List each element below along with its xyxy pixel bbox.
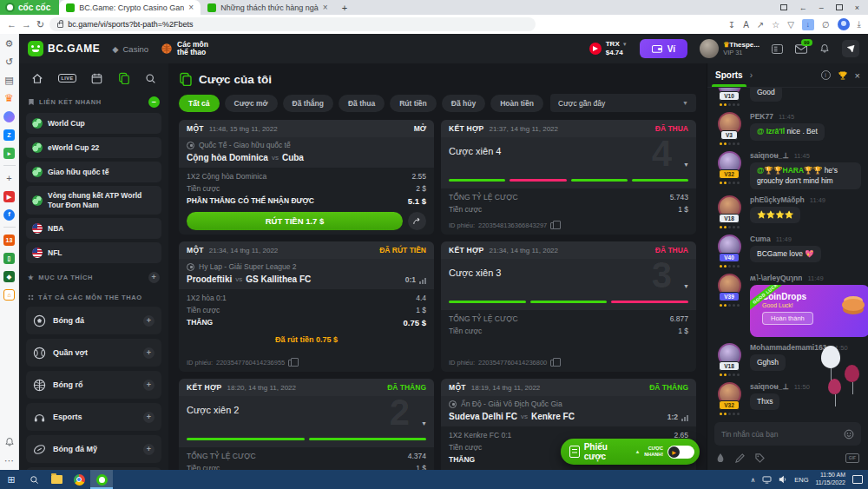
- coccoc-taskbar-icon[interactable]: [90, 470, 113, 489]
- chat-username[interactable]: PEK77: [750, 112, 773, 121]
- chat-tab-sports[interactable]: Sports: [715, 63, 743, 87]
- nav-casino[interactable]: ◆ Casino: [112, 44, 148, 54]
- filter-pill[interactable]: Tất cả: [179, 95, 220, 112]
- more-icon[interactable]: ⋯: [3, 454, 16, 466]
- maximize-button[interactable]: [836, 3, 843, 12]
- volume-icon[interactable]: [779, 475, 787, 484]
- copy-icon[interactable]: [550, 360, 556, 367]
- chat-input[interactable]: [721, 430, 838, 439]
- bet-card-single-open[interactable]: MỘT11:48, 15 thg 11, 2022 MỞ Quốc Tế - G…: [179, 120, 434, 235]
- share-bet-button[interactable]: [408, 212, 426, 230]
- sidebar-item-basketball[interactable]: Bóng rổ+: [26, 371, 161, 399]
- expand-button[interactable]: +: [143, 347, 155, 359]
- zalo-icon[interactable]: Z: [3, 129, 16, 141]
- filter-pill[interactable]: Cược mở: [225, 95, 278, 112]
- bet-card-single-cashed[interactable]: MỘT21:34, 14 thg 11, 2022 ĐÃ RÚT TIỀN Hy…: [179, 241, 434, 372]
- adblock-shield-icon[interactable]: ▽: [787, 20, 794, 30]
- expand-button[interactable]: +: [143, 315, 155, 327]
- bet-slip-button[interactable]: Phiếu cược ▲ CƯỢCNHANH! ▶: [561, 439, 700, 465]
- calendar-icon[interactable]: [91, 73, 102, 84]
- tag-icon[interactable]: [755, 453, 765, 463]
- utility-app-icon[interactable]: ▯: [3, 252, 16, 264]
- wallet-button[interactable]: Ví: [640, 39, 687, 58]
- tab-close-icon[interactable]: ×: [323, 3, 328, 12]
- trophy-icon[interactable]: [838, 70, 848, 81]
- chevron-down-icon[interactable]: ▼: [683, 162, 689, 168]
- taskbar-search-icon[interactable]: [23, 470, 45, 489]
- copy-icon[interactable]: [550, 222, 556, 229]
- minimize-button[interactable]: –: [819, 3, 824, 12]
- notification-mute-icon[interactable]: ∅: [822, 20, 830, 30]
- sidebar-item-soccer[interactable]: Bóng đá+: [26, 307, 161, 334]
- tray-expand-icon[interactable]: ∧: [751, 476, 756, 484]
- sidebar-item-tennis[interactable]: Quần vợt+: [26, 339, 161, 367]
- rain-icon[interactable]: [716, 453, 725, 463]
- translate-icon[interactable]: A: [743, 20, 749, 30]
- sidebar-toggle-icon[interactable]: [772, 44, 783, 54]
- collapse-quick-links-button[interactable]: –: [148, 96, 160, 108]
- bet-card-combo-4[interactable]: KẾT HỢP21:37, 14 thg 11, 2022 ĐÃ THUA Cư…: [441, 120, 696, 235]
- recent-bets-dropdown[interactable]: Cược gần đây ▼: [550, 94, 696, 112]
- browser-profile-avatar[interactable]: [838, 18, 850, 30]
- quick-bet-toggle[interactable]: ▶: [667, 446, 694, 459]
- action-center-icon[interactable]: [852, 475, 863, 484]
- cashout-button[interactable]: RÚT TIỀN 1.7 $: [187, 212, 403, 230]
- history-icon[interactable]: ↺: [3, 56, 16, 68]
- bet-card-combo-2[interactable]: KẾT HỢP18:20, 14 thg 11, 2022 ĐÃ THẮNG C…: [179, 379, 434, 470]
- expand-button[interactable]: +: [143, 412, 155, 423]
- close-chat-icon[interactable]: ×: [855, 70, 860, 81]
- close-window-button[interactable]: ×: [855, 3, 859, 12]
- bell-icon[interactable]: [819, 43, 830, 54]
- stats-icon[interactable]: [681, 415, 688, 421]
- forward-button[interactable]: →: [22, 19, 31, 30]
- filter-pill[interactable]: Đã thua: [339, 95, 385, 112]
- chevron-down-icon[interactable]: ▼: [421, 420, 427, 426]
- add-shortcut-icon[interactable]: +: [3, 172, 16, 184]
- url-field[interactable]: bc.game/vi/sports?bt-path=%2Fbets: [49, 17, 536, 31]
- filter-pill[interactable]: Đã hủy: [442, 95, 485, 112]
- sidebar-item-american-football[interactable]: Bóng đá Mỹ+: [26, 435, 161, 463]
- mention[interactable]: @🏆🏆HARA🏆🏆: [757, 166, 822, 175]
- search-icon[interactable]: [145, 73, 156, 84]
- share-icon[interactable]: ↗: [757, 20, 764, 30]
- facebook-icon[interactable]: f: [3, 208, 16, 221]
- start-button[interactable]: ⊞: [0, 470, 23, 489]
- filter-pill[interactable]: Rút tiền: [390, 95, 437, 112]
- bet-card-combo-3[interactable]: KẾT HỢP21:34, 14 thg 11, 2022 ĐÃ THUA Cư…: [441, 241, 696, 372]
- chat-username[interactable]: saiqnoʉ_⊥: [750, 382, 789, 391]
- chat-username[interactable]: ʍ˥-\arleyQuɿnn: [750, 274, 802, 282]
- chat-username[interactable]: Mohammademami163: [750, 343, 826, 352]
- stats-icon[interactable]: [419, 278, 426, 284]
- download-active-icon[interactable]: ↓: [802, 19, 814, 30]
- nav-sports[interactable]: Các mônthể thao: [161, 41, 208, 57]
- chat-username[interactable]: phEũçkyMáõph: [750, 195, 805, 204]
- chat-username[interactable]: saiqnoʉ_⊥: [750, 151, 789, 160]
- chevron-right-icon[interactable]: ›: [750, 70, 753, 80]
- crown-hot-icon[interactable]: ♛: [3, 92, 16, 104]
- sidebar-item-friendlies[interactable]: Giao hữu quốc tế: [26, 162, 161, 182]
- coindrops-complete-button[interactable]: Hoàn thành: [762, 312, 813, 325]
- sidebar-item-atp-finals[interactable]: Vòng chung kết ATP World Tour Đơn Nam: [26, 186, 161, 215]
- browser-tab-active[interactable]: BC.Game: Crypto Casino Gan ×: [59, 0, 201, 15]
- mail-icon[interactable]: 99: [795, 44, 807, 54]
- bookmark-star-icon[interactable]: ☆: [772, 20, 779, 30]
- pencil-icon[interactable]: [735, 453, 745, 463]
- user-profile[interactable]: ♛Thespe... VIP 31: [700, 39, 760, 58]
- sidebar-item-esports[interactable]: Esports+: [26, 403, 161, 431]
- education-app-icon[interactable]: ◆: [3, 270, 16, 282]
- file-explorer-icon[interactable]: [45, 470, 68, 489]
- my-bets-icon[interactable]: [118, 72, 130, 84]
- back-to-app-icon[interactable]: ←: [799, 3, 807, 12]
- settings-gear-icon[interactable]: ⚙: [3, 37, 16, 50]
- chat-username[interactable]: Cuma: [750, 235, 771, 243]
- back-button[interactable]: ←: [7, 19, 16, 30]
- sidebar-item-nba[interactable]: NBA: [26, 218, 161, 239]
- taskbar-clock[interactable]: 11:50 AM11/15/2022: [815, 472, 845, 487]
- new-tab-button[interactable]: +: [335, 0, 354, 15]
- bell-icon[interactable]: [3, 436, 16, 448]
- gif-keyboard-icon[interactable]: GIF: [845, 453, 859, 463]
- language-indicator[interactable]: ENG: [794, 476, 808, 484]
- info-icon[interactable]: i: [821, 70, 831, 80]
- mention[interactable]: @ Izrā'īl: [757, 127, 785, 135]
- expand-button[interactable]: +: [143, 380, 155, 391]
